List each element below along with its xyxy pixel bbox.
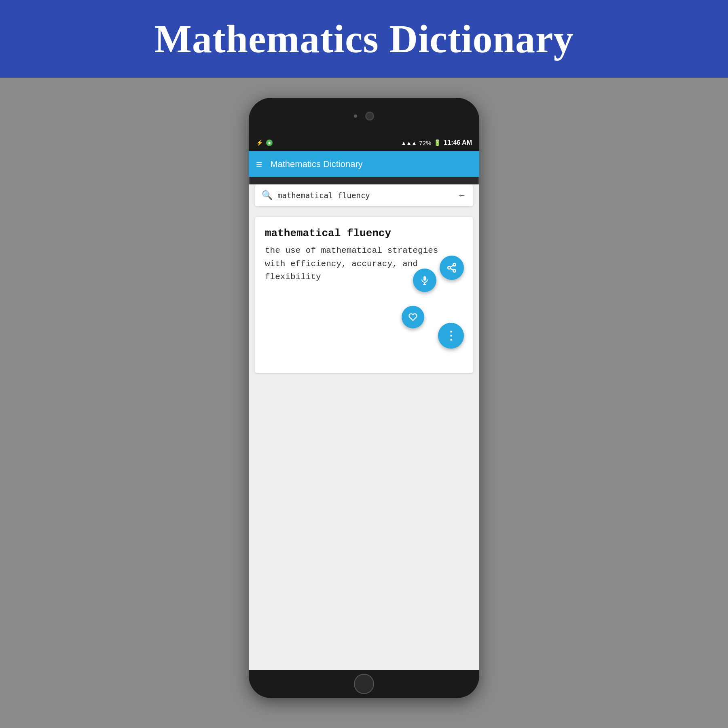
battery-percent: 72%	[419, 140, 431, 146]
phone-app-title: Mathematics Dictionary	[270, 159, 363, 169]
phone-camera	[365, 112, 374, 121]
phone-bottom-bezel	[249, 670, 479, 698]
time-display: 11:46 AM	[444, 139, 472, 146]
definition-card: mathematical fluency the use of mathemat…	[255, 217, 473, 373]
term-title: mathematical fluency	[265, 227, 463, 239]
battery-icon: 🔋	[434, 139, 441, 146]
share-fab-button[interactable]	[440, 256, 464, 280]
phone-area: ⚡ ◉ ▲▲▲ 72% 🔋 11:46 AM ≡ Mathematics Dic…	[249, 78, 479, 728]
svg-point-1	[448, 266, 451, 269]
svg-point-2	[453, 269, 456, 272]
search-icon: 🔍	[262, 190, 273, 201]
phone-device: ⚡ ◉ ▲▲▲ 72% 🔋 11:46 AM ≡ Mathematics Dic…	[249, 98, 479, 698]
phone-speaker	[354, 114, 357, 118]
more-options-fab-button[interactable]: ⋮	[438, 323, 464, 349]
phone-app-bar: ≡ Mathematics Dictionary	[249, 151, 479, 177]
mic-fab-button[interactable]	[413, 269, 436, 292]
app-header-title: Mathematics Dictionary	[154, 16, 574, 61]
usb-icon: ⚡	[256, 140, 263, 146]
hamburger-menu-icon[interactable]: ≡	[256, 158, 262, 171]
signal-icon: ▲▲▲	[401, 140, 417, 146]
app-header: Mathematics Dictionary	[0, 0, 728, 78]
svg-line-4	[450, 265, 453, 267]
favorite-fab-button[interactable]	[402, 306, 424, 328]
back-arrow-icon[interactable]: ←	[457, 190, 466, 201]
phone-screen: 🔍 mathematical fluency ← mathematical fl…	[249, 184, 479, 670]
search-query-text: mathematical fluency	[277, 191, 453, 200]
phone-top-bezel	[249, 98, 479, 134]
more-dots-icon: ⋮	[445, 329, 457, 342]
status-left: ⚡ ◉	[256, 140, 273, 146]
svg-point-0	[453, 263, 456, 266]
status-right: ▲▲▲ 72% 🔋 11:46 AM	[401, 139, 472, 146]
home-button[interactable]	[354, 674, 374, 694]
notification-icon: ◉	[266, 140, 273, 146]
svg-line-3	[450, 268, 453, 270]
status-bar: ⚡ ◉ ▲▲▲ 72% 🔋 11:46 AM	[249, 134, 479, 151]
search-bar[interactable]: 🔍 mathematical fluency ←	[255, 184, 473, 206]
svg-rect-5	[423, 276, 426, 281]
